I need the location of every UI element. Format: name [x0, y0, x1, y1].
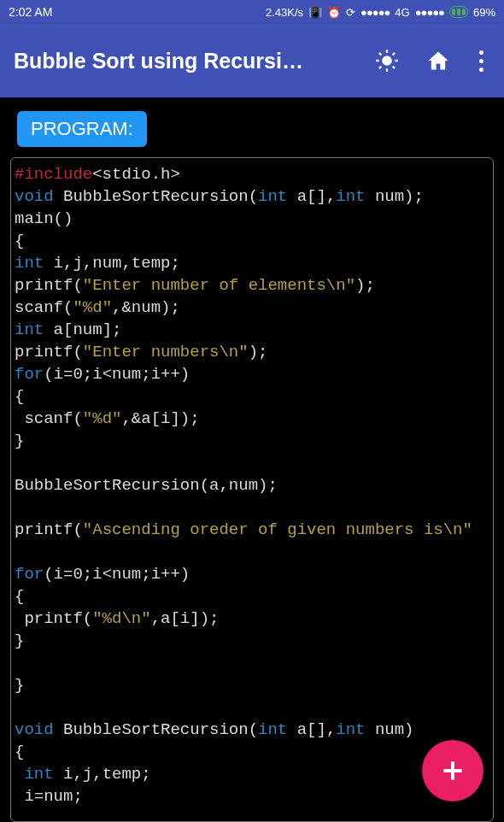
code-token: printf(: [15, 609, 92, 628]
code-token: "%d": [73, 298, 112, 317]
code-token: num);: [366, 187, 424, 206]
svg-point-0: [382, 56, 392, 66]
status-net-speed: 2.43K/s: [266, 6, 303, 19]
status-time: 2:02 AM: [9, 5, 52, 19]
svg-line-4: [393, 67, 395, 68]
status-right-cluster: 2.43K/s 📳 ⏰ ⟳ ●●●●● 4G ●●●●● 69%: [266, 6, 495, 19]
content-area: PROGRAM: #include<stdio.h> void BubbleSo…: [0, 97, 504, 822]
signal-icon-2: ●●●●●: [415, 6, 444, 19]
code-token: BubbleSortRecursion(: [54, 720, 258, 739]
alarm-icon: ⏰: [327, 6, 341, 19]
code-token: for: [15, 565, 44, 584]
program-section-label: PROGRAM:: [17, 111, 147, 147]
code-token: scanf(: [15, 409, 83, 428]
code-token: {: [15, 587, 24, 606]
code-token: i,j,num,temp;: [44, 254, 180, 273]
code-token: (i=0;i<num;i++): [44, 565, 190, 584]
code-token: "Enter number of elements\n": [83, 276, 355, 295]
code-token: int: [15, 254, 44, 273]
code-token: );: [249, 343, 268, 361]
status-battery-pct: 69%: [473, 6, 495, 19]
svg-line-8: [393, 53, 395, 55]
code-token: int: [15, 320, 44, 339]
code-token: int: [24, 765, 53, 784]
code-token: "Enter numbers\n": [83, 343, 249, 361]
code-token: }: [15, 432, 24, 450]
sync-icon: ⟳: [346, 6, 355, 19]
add-fab[interactable]: [422, 740, 483, 801]
code-token: }: [15, 631, 24, 650]
code-token: int: [258, 187, 287, 206]
code-token: {: [15, 743, 24, 761]
code-token: void: [15, 187, 54, 206]
code-token: i=num;: [15, 787, 83, 806]
code-token: main(): [15, 209, 73, 228]
code-token: a[num];: [44, 320, 121, 339]
code-token: [15, 765, 24, 784]
vibrate-icon: 📳: [308, 6, 322, 19]
code-token: int: [336, 720, 365, 739]
code-token: );: [355, 276, 375, 295]
page-title: Bubble Sort using Recursi…: [14, 49, 363, 73]
app-bar: Bubble Sort using Recursi…: [0, 24, 504, 97]
code-token: (i=0;i<num;i++): [44, 365, 190, 384]
svg-line-3: [379, 53, 381, 55]
code-token: for: [15, 365, 44, 384]
overflow-menu-icon[interactable]: [476, 47, 487, 75]
code-token: "%d": [83, 409, 122, 428]
code-token: scanf(: [15, 298, 73, 317]
code-token: a[],: [287, 187, 336, 206]
code-token: a[],: [287, 720, 336, 739]
brightness-icon[interactable]: [373, 47, 401, 74]
code-token: printf(: [15, 520, 83, 539]
code-token: i,j,temp;: [54, 765, 151, 784]
code-token: {: [15, 387, 24, 406]
code-token: BubbleSortRecursion(a,num);: [15, 476, 278, 495]
code-token: ,&num);: [112, 298, 180, 317]
code-token: ,&a[i]);: [121, 409, 199, 428]
code-token: ,a[i]);: [151, 609, 220, 628]
code-token: BubbleSortRecursion(: [54, 187, 258, 206]
code-token: num): [366, 720, 414, 739]
status-network-label: 4G: [395, 6, 409, 19]
status-bar: 2:02 AM 2.43K/s 📳 ⏰ ⟳ ●●●●● 4G ●●●●● 69%: [0, 0, 504, 24]
code-block[interactable]: #include<stdio.h> void BubbleSortRecursi…: [10, 157, 494, 822]
code-token: printf(: [15, 343, 83, 361]
code-token: void: [15, 720, 54, 739]
code-token: {: [15, 232, 24, 250]
battery-icon: [449, 6, 468, 18]
code-token: }: [15, 676, 24, 695]
code-token: int: [336, 187, 365, 206]
code-token: printf(: [15, 276, 83, 295]
code-token: "%d\n": [92, 609, 150, 628]
code-token: #include: [15, 165, 92, 184]
code-token: "Ascending oreder of given numbers is\n": [83, 520, 472, 539]
code-token: <stdio.h>: [92, 165, 180, 184]
signal-icon: ●●●●●: [360, 6, 390, 19]
code-token: int: [258, 720, 287, 739]
svg-line-7: [379, 67, 381, 68]
home-icon[interactable]: [425, 47, 452, 74]
